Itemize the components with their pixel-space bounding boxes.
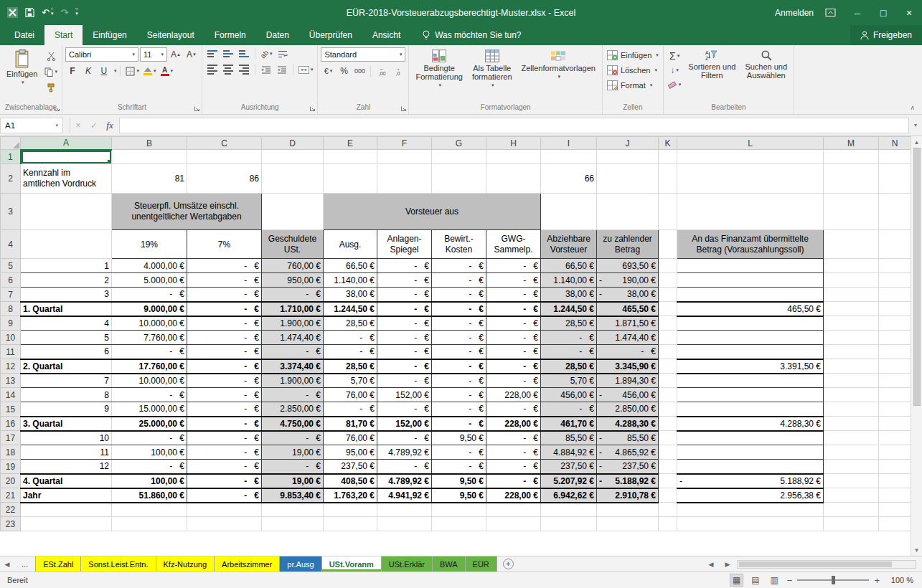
cell-F16[interactable]: 152,00 € — [377, 417, 432, 431]
decrease-font-size-icon[interactable]: A▼ — [184, 48, 199, 61]
cell-N3[interactable] — [879, 194, 911, 230]
row-header-21[interactable]: 21 — [1, 488, 21, 503]
cell-I11[interactable]: - € — [541, 345, 597, 359]
cell-N21[interactable] — [879, 488, 911, 503]
row-header-4[interactable]: 4 — [1, 230, 21, 259]
cell-C7[interactable]: - € — [187, 288, 262, 302]
cell-N8[interactable] — [879, 302, 911, 316]
cell-A17[interactable]: 10 — [21, 431, 112, 445]
cell-D9[interactable]: 1.900,00 € — [262, 316, 324, 331]
cell-C10[interactable]: - € — [187, 331, 262, 345]
cell-D12[interactable]: 3.374,40 € — [262, 359, 324, 374]
cell-N6[interactable] — [879, 273, 911, 288]
cell-D14[interactable]: - € — [262, 388, 324, 402]
cell-A2[interactable]: Kennzahl im amtlichen Vordruck — [21, 164, 112, 194]
cell-A3[interactable] — [21, 194, 112, 230]
cell-D18[interactable]: 19,00 € — [262, 445, 324, 460]
clear-button[interactable]: ▾ — [667, 78, 683, 91]
minimize-button[interactable]: – — [845, 0, 870, 25]
cell-E10[interactable]: - € — [324, 331, 377, 345]
tab-ueberpruefen[interactable]: Überprüfen — [299, 25, 362, 45]
cell-styles-button[interactable]: Zellenformatvorlagen ▾ — [518, 47, 599, 80]
cell-C20[interactable]: - € — [187, 474, 262, 488]
align-right-icon[interactable] — [237, 63, 251, 76]
page-break-view-icon[interactable]: ▥ — [768, 574, 780, 586]
row-header-1[interactable]: 1 — [1, 150, 21, 164]
cell-K14[interactable] — [659, 388, 677, 402]
cell-C5[interactable]: - € — [187, 259, 262, 273]
cell-E16[interactable]: 81,70 € — [324, 417, 377, 431]
cell-C1[interactable] — [187, 150, 262, 164]
cell-K11[interactable] — [659, 345, 677, 359]
cell-K7[interactable] — [659, 288, 677, 302]
cell-H10[interactable]: - € — [486, 331, 541, 345]
expand-formula-bar-icon[interactable]: ▾ — [909, 122, 922, 128]
cell-F19[interactable]: - € — [377, 460, 432, 474]
font-dialog-launcher-icon[interactable] — [194, 105, 200, 112]
decrease-indent-icon[interactable] — [259, 63, 273, 76]
cell-J15[interactable]: 2.850,00 € — [597, 402, 659, 417]
cell-M11[interactable] — [824, 345, 879, 359]
cell-E5[interactable]: 66,50 € — [324, 259, 377, 273]
cell-J20[interactable]: -5.188,92 € — [597, 474, 659, 488]
cell-N14[interactable] — [879, 388, 911, 402]
hscroll-right-icon[interactable]: ▶ — [720, 561, 735, 568]
cell-N10[interactable] — [879, 331, 911, 345]
cell-K16[interactable] — [659, 417, 677, 431]
ribbon-display-options-icon[interactable] — [825, 7, 836, 18]
name-box[interactable]: A1 ▾ — [0, 118, 63, 133]
cell-B5[interactable]: 4.000,00 € — [112, 259, 187, 273]
cell-M7[interactable] — [824, 288, 879, 302]
cell-N11[interactable] — [879, 345, 911, 359]
font-size-select[interactable]: 11▾ — [140, 47, 167, 62]
cell-H8[interactable]: - € — [486, 302, 541, 316]
orientation-icon[interactable]: ab▾ — [259, 47, 274, 60]
cell-C17[interactable]: - € — [187, 431, 262, 445]
cell-J19[interactable]: -237,50 € — [597, 460, 659, 474]
cell-C15[interactable]: - € — [187, 402, 262, 417]
cell-K4[interactable] — [659, 230, 677, 259]
cell-E11[interactable]: - € — [324, 345, 377, 359]
cell-K8[interactable] — [659, 302, 677, 316]
cell-I23[interactable] — [541, 517, 597, 531]
cell-H15[interactable]: - € — [486, 402, 541, 417]
cell-E23[interactable] — [324, 517, 377, 531]
cell-F4[interactable]: Anlagen- Spiegel — [377, 230, 432, 259]
cell-K23[interactable] — [659, 517, 677, 531]
cell-L22[interactable] — [677, 503, 824, 517]
cell-B11[interactable]: - € — [112, 345, 187, 359]
cell-G14[interactable]: - € — [432, 388, 486, 402]
format-painter-icon[interactable] — [43, 81, 59, 94]
cell-C14[interactable]: - € — [187, 388, 262, 402]
cell-K5[interactable] — [659, 259, 677, 273]
cell-L4[interactable]: An das Finanzamt übermittelte Betrag (Vo… — [677, 230, 824, 259]
cell-H21[interactable]: 228,00 € — [486, 488, 541, 503]
cell-M4[interactable] — [824, 230, 879, 259]
cell-F6[interactable]: - € — [377, 273, 432, 288]
cell-A6[interactable]: 2 — [21, 273, 112, 288]
cell-C18[interactable]: - € — [187, 445, 262, 460]
cell-N12[interactable] — [879, 359, 911, 374]
cell-B2[interactable]: 81 — [112, 164, 187, 194]
cell-I17[interactable]: 85,50 € — [541, 431, 597, 445]
share-button[interactable]: Freigeben — [850, 25, 922, 45]
cell-B12[interactable]: 17.760,00 € — [112, 359, 187, 374]
sheet-tab-Kfz-Nutzung[interactable]: Kfz-Nutzung — [156, 556, 215, 572]
cell-D11[interactable]: - € — [262, 345, 324, 359]
cell-M21[interactable] — [824, 488, 879, 503]
zoom-slider-handle[interactable] — [832, 576, 835, 584]
cell-I13[interactable]: 5,70 € — [541, 374, 597, 388]
row-header-22[interactable]: 22 — [1, 503, 21, 517]
cell-L12[interactable]: 3.391,50 € — [677, 359, 824, 374]
cell-K12[interactable] — [659, 359, 677, 374]
cell-K19[interactable] — [659, 460, 677, 474]
cell-F14[interactable]: 152,00 € — [377, 388, 432, 402]
underline-options-icon[interactable]: ▾ — [114, 68, 117, 74]
cell-G10[interactable]: - € — [432, 331, 486, 345]
cell-G4[interactable]: Bewirt.- Kosten — [432, 230, 486, 259]
cell-B9[interactable]: 10.000,00 € — [112, 316, 187, 331]
row-header-19[interactable]: 19 — [1, 460, 21, 474]
cell-E4[interactable]: Ausg. — [324, 230, 377, 259]
cell-L23[interactable] — [677, 517, 824, 531]
cell-I21[interactable]: 6.942,62 € — [541, 488, 597, 503]
